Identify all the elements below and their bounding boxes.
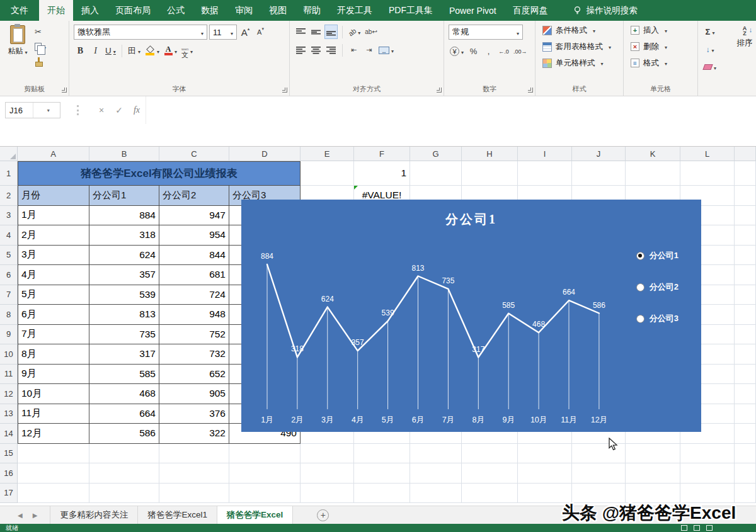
cell-I15[interactable] [518, 444, 572, 464]
column-header-partial[interactable] [735, 147, 756, 161]
cell-A4[interactable]: 2月 [18, 225, 89, 246]
tab-页面布局[interactable]: 页面布局 [107, 0, 159, 21]
cell-A10[interactable]: 8月 [18, 344, 89, 365]
align-right-button[interactable] [324, 43, 338, 57]
row-header-2[interactable]: 2 [0, 186, 18, 206]
column-header-G[interactable]: G [410, 147, 462, 161]
cell-B15[interactable] [89, 444, 159, 464]
cell-B7[interactable]: 539 [89, 285, 159, 305]
cell-L16[interactable] [680, 463, 735, 484]
row-header-10[interactable]: 10 [0, 344, 18, 365]
cell-B11[interactable]: 585 [89, 365, 159, 385]
cell-F1[interactable]: 1 [354, 161, 410, 186]
tab-视图[interactable]: 视图 [261, 0, 295, 21]
cell-A16[interactable] [18, 463, 89, 484]
align-bottom-button[interactable] [324, 25, 338, 39]
cell-partial-17[interactable] [735, 484, 756, 504]
formula-bar-handle[interactable] [77, 105, 79, 115]
cell-A8[interactable]: 6月 [18, 305, 89, 325]
cell-partial-6[interactable] [735, 265, 756, 285]
cell-C13[interactable]: 376 [159, 404, 229, 424]
column-header-L[interactable]: L [680, 147, 735, 161]
cell-B3[interactable]: 884 [89, 206, 159, 226]
tab-数据[interactable]: 数据 [193, 0, 227, 21]
clipboard-dialog-launcher[interactable] [62, 88, 67, 93]
autosum-button[interactable]: Σ [702, 25, 718, 39]
borders-button[interactable]: 田 [127, 43, 142, 58]
orientation-button[interactable]: ab [347, 25, 362, 39]
row-header-6[interactable]: 6 [0, 265, 18, 285]
cell-C6[interactable]: 681 [159, 265, 229, 285]
cells-item-删除[interactable]: ×删除 [628, 38, 695, 55]
cell-A2[interactable]: 月份 [18, 186, 89, 206]
column-header-B[interactable]: B [89, 147, 159, 161]
tell-me-search[interactable]: 操作说明搜索 [573, 0, 638, 21]
cell-B14[interactable]: 586 [89, 424, 159, 444]
cell-partial-14[interactable] [735, 424, 756, 444]
align-top-button[interactable] [294, 25, 307, 39]
copy-button[interactable] [35, 41, 46, 52]
radio-button-icon[interactable] [636, 252, 644, 260]
styles-item-条件格式[interactable]: 条件格式 [540, 22, 621, 38]
increase-indent-button[interactable]: ⇥ [362, 43, 375, 57]
decrease-font-size-button[interactable]: A▾ [254, 25, 267, 40]
cell-I17[interactable] [518, 484, 572, 504]
tab-公式[interactable]: 公式 [159, 0, 193, 21]
chart-radio-分公司2[interactable]: 分公司2 [636, 281, 679, 293]
cell-B9[interactable]: 735 [89, 325, 159, 345]
new-sheet-button[interactable] [317, 509, 329, 521]
bold-button[interactable]: B [74, 43, 87, 58]
cell-F16[interactable] [354, 463, 410, 484]
cell-D17[interactable] [229, 484, 301, 504]
column-header-K[interactable]: K [626, 147, 680, 161]
align-center-button[interactable] [309, 43, 323, 57]
format-painter-button[interactable] [35, 56, 46, 67]
cell-B2[interactable]: 分公司1 [89, 186, 159, 206]
cell-H17[interactable] [462, 484, 518, 504]
cell-A11[interactable]: 9月 [18, 365, 89, 385]
row-header-14[interactable]: 14 [0, 424, 18, 444]
row-header-5[interactable]: 5 [0, 246, 18, 266]
cell-A6[interactable]: 4月 [18, 265, 89, 285]
cell-B8[interactable]: 813 [89, 305, 159, 325]
cell-A15[interactable] [18, 444, 89, 464]
cell-F15[interactable] [354, 444, 410, 464]
cell-partial-3[interactable] [735, 206, 756, 226]
number-format-select[interactable]: 常规 [449, 25, 523, 40]
cell-H15[interactable] [462, 444, 518, 464]
cell-K17[interactable] [626, 484, 680, 504]
column-header-F[interactable]: F [354, 147, 410, 161]
column-header-D[interactable]: D [229, 147, 301, 161]
cell-A13[interactable]: 11月 [18, 404, 89, 424]
row-header-9[interactable]: 9 [0, 325, 18, 345]
cell-partial-13[interactable] [735, 404, 756, 424]
cell-C8[interactable]: 948 [159, 305, 229, 325]
cell-A1-merged-title[interactable]: 猪爸爸学Excel有限公司业绩报表 [18, 161, 301, 186]
styles-item-单元格样式[interactable]: 单元格样式 [540, 55, 621, 71]
cell-D16[interactable] [229, 463, 301, 484]
merge-center-button[interactable] [377, 43, 395, 57]
cell-A17[interactable] [18, 484, 89, 504]
cell-C15[interactable] [159, 444, 229, 464]
cell-K1[interactable] [626, 161, 680, 186]
fill-button[interactable] [702, 42, 718, 57]
cell-partial-8[interactable] [735, 305, 756, 325]
paste-button[interactable]: 粘贴 [4, 25, 31, 84]
tab-插入[interactable]: 插入 [73, 0, 107, 21]
row-header-15[interactable]: 15 [0, 444, 18, 464]
row-header-11[interactable]: 11 [0, 365, 18, 385]
cell-C16[interactable] [159, 463, 229, 484]
cell-A12[interactable]: 10月 [18, 384, 89, 404]
cell-B6[interactable]: 357 [89, 265, 159, 285]
fill-color-button[interactable] [144, 43, 161, 58]
row-header-12[interactable]: 12 [0, 384, 18, 404]
normal-view-icon[interactable] [681, 525, 687, 531]
cell-J16[interactable] [572, 463, 626, 484]
cut-button[interactable]: ✂ [35, 26, 46, 37]
cell-C3[interactable]: 947 [159, 206, 229, 226]
comma-style-button[interactable]: , [482, 44, 495, 59]
cell-C12[interactable]: 905 [159, 384, 229, 404]
chart-radio-分公司3[interactable]: 分公司3 [636, 313, 679, 324]
row-header-17[interactable]: 17 [0, 484, 18, 504]
name-box[interactable]: J16 [5, 102, 60, 118]
